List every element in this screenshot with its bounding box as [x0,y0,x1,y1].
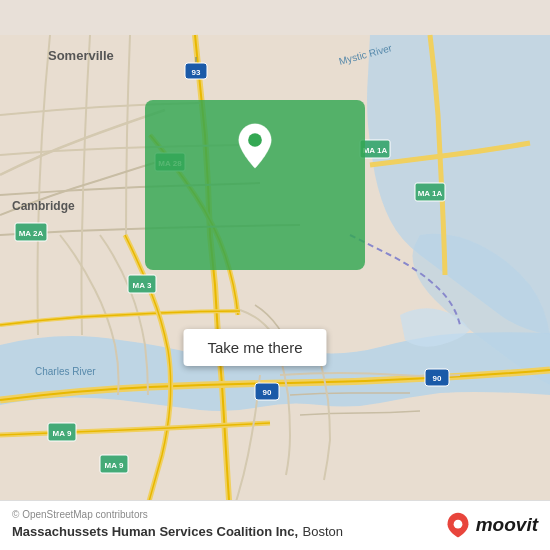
svg-text:MA 1A: MA 1A [363,146,388,155]
bottom-bar: © OpenStreetMap contributors Massachusse… [0,500,550,550]
svg-text:90: 90 [263,388,272,397]
location-city: Boston [303,524,343,539]
map-svg: 93 I MA 28 MA 2A MA 3 90 90 MA 1A MA 1A … [0,0,550,550]
svg-text:MA 9: MA 9 [53,429,72,438]
location-name: Massachussets Human Services Coalition I… [12,524,298,539]
svg-point-27 [453,519,462,528]
svg-text:MA 3: MA 3 [133,281,152,290]
svg-text:MA 9: MA 9 [105,461,124,470]
map-attribution: © OpenStreetMap contributors [12,509,343,520]
location-details: Massachussets Human Services Coalition I… [12,522,343,540]
svg-point-26 [248,133,262,147]
svg-text:Cambridge: Cambridge [12,199,75,213]
green-panel: Take me there [145,100,365,270]
svg-text:90: 90 [433,374,442,383]
moovit-text: moovit [476,514,538,536]
bottom-info: © OpenStreetMap contributors Massachusse… [12,509,343,540]
svg-text:Charles River: Charles River [35,366,96,377]
moovit-logo: moovit [444,511,538,539]
svg-text:MA 2A: MA 2A [19,229,44,238]
svg-text:I: I [195,56,197,63]
moovit-logo-icon [444,511,472,539]
map-container: 93 I MA 28 MA 2A MA 3 90 90 MA 1A MA 1A … [0,0,550,550]
location-pin-icon [231,122,279,170]
svg-text:MA 1A: MA 1A [418,189,443,198]
take-me-there-button[interactable]: Take me there [183,329,326,366]
svg-text:Somerville: Somerville [48,48,114,63]
svg-text:93: 93 [192,68,201,77]
